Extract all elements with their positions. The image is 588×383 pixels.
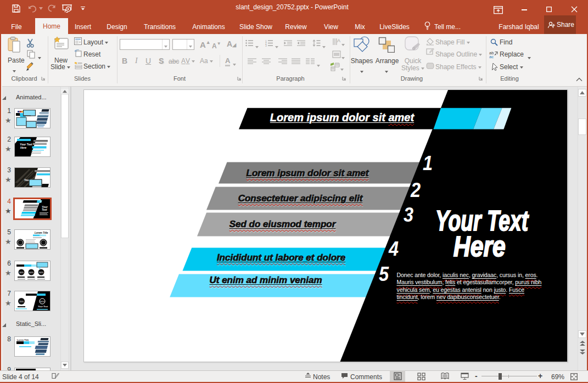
- svg-text:Your Text: Your Text: [38, 305, 48, 308]
- svg-text:Lorem Title: Lorem Title: [35, 232, 48, 234]
- svg-text:A: A: [337, 38, 340, 43]
- svg-text:30%: 30%: [19, 271, 24, 274]
- svg-text:90%: 90%: [39, 271, 43, 274]
- svg-text:30%: 30%: [40, 300, 44, 303]
- svg-text:60%: 60%: [29, 271, 33, 274]
- svg-text:70%: 70%: [19, 300, 24, 303]
- svg-text:Lorem Title: Lorem Title: [17, 339, 29, 341]
- svg-text:Text: Text: [42, 209, 47, 211]
- svg-text:Here: Here: [20, 146, 26, 149]
- svg-text:Here: Here: [453, 231, 506, 262]
- svg-text:3: 3: [265, 44, 267, 47]
- svg-text:ac: ac: [489, 54, 494, 58]
